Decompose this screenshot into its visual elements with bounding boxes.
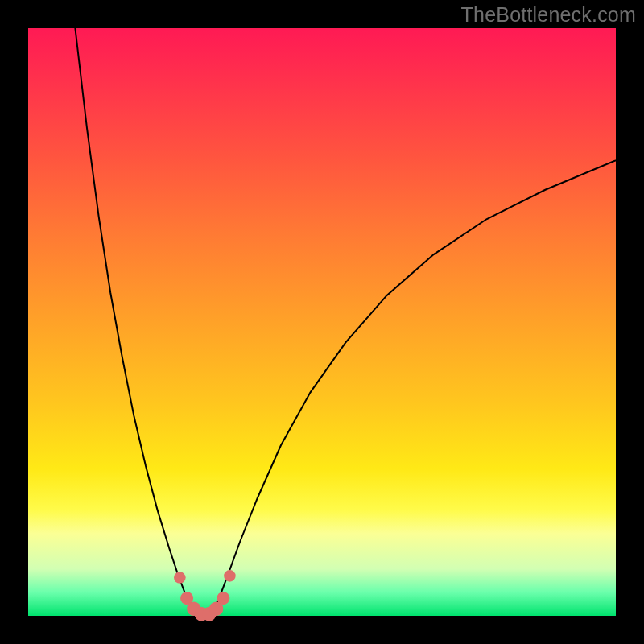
watermark-text: TheBottleneck.com — [461, 3, 636, 27]
curve-left-branch — [75, 28, 198, 614]
marker-dot — [217, 592, 229, 605]
marker-dot — [174, 572, 186, 584]
curve-right-branch — [210, 160, 616, 614]
plot-area — [28, 28, 616, 616]
marker-group — [174, 570, 236, 621]
chart-frame: TheBottleneck.com — [0, 0, 644, 644]
chart-svg — [28, 28, 616, 616]
marker-dot — [224, 570, 236, 582]
